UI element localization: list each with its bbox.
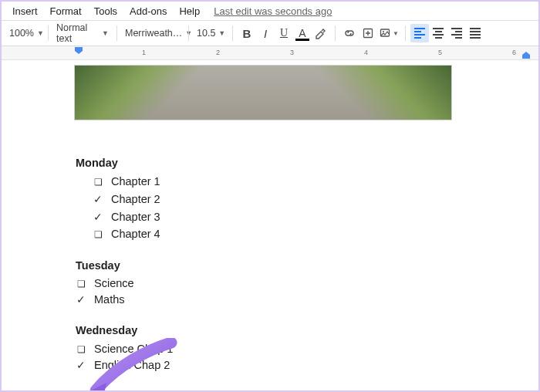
align-left-button[interactable] [410, 24, 429, 42]
zoom-dropdown[interactable]: 100% ▼ [6, 24, 43, 42]
heading-tuesday[interactable]: Tuesday [76, 257, 488, 274]
highlighter-icon [315, 27, 327, 39]
italic-button[interactable]: I [256, 24, 275, 42]
list-item[interactable]: ❏ Science [76, 275, 488, 292]
toolbar: 100% ▼ Normal text ▼ Merriweath… ▼ 10.5 … [2, 20, 538, 46]
checkbox-unchecked-icon[interactable]: ❏ [76, 343, 86, 357]
checkbox-unchecked-icon[interactable]: ❏ [93, 175, 103, 190]
highlight-color-button[interactable] [312, 24, 330, 42]
list-item[interactable]: ❏ Chapter 4 [76, 225, 488, 242]
separator [335, 25, 336, 41]
chevron-down-icon: ▼ [393, 30, 399, 37]
svg-point-2 [383, 31, 384, 32]
checkbox-checked-icon[interactable]: ✓ [93, 209, 103, 226]
menu-tools[interactable]: Tools [88, 3, 123, 19]
insert-comment-button[interactable] [359, 24, 377, 42]
ruler[interactable]: 1 2 3 4 5 6 [2, 46, 538, 60]
separator [232, 25, 233, 41]
list-item[interactable]: ❏ Science Chap 1 [76, 341, 488, 357]
link-icon [343, 27, 356, 39]
list-item-text[interactable]: Science Chap 1 [94, 341, 173, 357]
align-right-icon [451, 28, 462, 39]
checklist-monday: ❏ Chapter 1 ✓ Chapter 2 ✓ Chapter 3 ❏ Ch… [76, 173, 488, 242]
text-color-button[interactable]: A [293, 24, 312, 42]
list-item[interactable]: ❏ Chapter 1 [76, 173, 488, 190]
letter-u: U [280, 27, 288, 39]
font-value: Merriweath… [125, 28, 182, 39]
font-dropdown[interactable]: Merriweath… ▼ [122, 24, 184, 42]
list-item[interactable]: ✓ Chapter 3 [76, 208, 488, 226]
insert-link-button[interactable] [340, 24, 359, 42]
checkbox-checked-icon[interactable]: ✓ [93, 191, 103, 208]
separator [48, 25, 49, 41]
letter-b: B [243, 27, 251, 40]
checkbox-unchecked-icon[interactable]: ❏ [76, 278, 86, 291]
align-center-button[interactable] [429, 24, 447, 42]
list-item-text[interactable]: Chapter 4 [111, 225, 160, 242]
chevron-down-icon: ▼ [218, 29, 225, 37]
font-size-value: 10.5 [197, 28, 215, 39]
list-item-text[interactable]: Science [94, 275, 134, 292]
separator [405, 25, 406, 41]
list-item[interactable]: ✓ English Chap 2 [76, 357, 488, 373]
letter-a: A [299, 27, 305, 39]
ruler-tick: 4 [364, 49, 368, 56]
menu-format[interactable]: Format [44, 3, 88, 19]
menu-help[interactable]: Help [173, 3, 206, 19]
list-item[interactable]: ✓ Chapter 2 [76, 191, 488, 208]
align-right-button[interactable] [447, 24, 466, 42]
checklist-tuesday: ❏ Science ✓ Maths [76, 275, 488, 308]
heading-wednesday[interactable]: Wednesday [76, 322, 488, 339]
zoom-value: 100% [9, 28, 34, 39]
paragraph-style-value: Normal text [56, 22, 99, 44]
menu-insert[interactable]: Insert [6, 3, 44, 19]
header-image[interactable] [74, 65, 452, 120]
ruler-tick: 3 [290, 49, 294, 56]
letter-i: I [264, 27, 267, 40]
align-left-icon [414, 28, 425, 39]
ruler-tick: 6 [512, 49, 516, 56]
list-item-text[interactable]: Chapter 3 [111, 208, 160, 225]
separator [116, 25, 117, 41]
list-item-text[interactable]: Maths [94, 292, 125, 308]
align-justify-icon [470, 28, 481, 39]
bold-button[interactable]: B [238, 24, 256, 42]
heading-monday[interactable]: Monday [76, 154, 488, 171]
menubar: Insert Format Tools Add-ons Help Last ed… [2, 2, 538, 20]
checkbox-checked-icon[interactable]: ✓ [76, 357, 86, 373]
checkbox-unchecked-icon[interactable]: ❏ [93, 228, 103, 242]
page: Monday ❏ Chapter 1 ✓ Chapter 2 ✓ Chapter… [74, 60, 488, 377]
left-indent-marker[interactable] [74, 46, 83, 59]
chevron-down-icon: ▼ [102, 29, 109, 37]
align-center-icon [433, 28, 444, 39]
list-item-text[interactable]: Chapter 2 [111, 191, 160, 208]
menu-addons[interactable]: Add-ons [123, 3, 173, 19]
checklist-wednesday: ❏ Science Chap 1 ✓ English Chap 2 [76, 341, 488, 373]
plus-box-icon [362, 27, 374, 39]
separator [188, 25, 189, 41]
chevron-down-icon: ▼ [37, 29, 44, 37]
ruler-tick: 2 [216, 49, 220, 56]
underline-button[interactable]: U [275, 24, 293, 42]
color-swatch [295, 39, 309, 41]
paragraph-style-dropdown[interactable]: Normal text ▼ [53, 24, 112, 42]
document-canvas[interactable]: Monday ❏ Chapter 1 ✓ Chapter 2 ✓ Chapter… [2, 60, 538, 390]
insert-image-button[interactable]: ▼ [377, 24, 400, 42]
checkbox-checked-icon[interactable]: ✓ [76, 292, 86, 307]
list-item-text[interactable]: English Chap 2 [94, 357, 170, 373]
last-edit-link[interactable]: Last edit was seconds ago [214, 5, 332, 17]
list-item-text[interactable]: Chapter 1 [111, 173, 160, 190]
document-body[interactable]: Monday ❏ Chapter 1 ✓ Chapter 2 ✓ Chapter… [74, 154, 488, 373]
list-item[interactable]: ✓ Maths [76, 292, 488, 308]
font-size-dropdown[interactable]: 10.5 ▼ [194, 24, 228, 42]
align-justify-button[interactable] [466, 24, 484, 42]
ruler-tick: 1 [142, 49, 146, 56]
image-icon [379, 27, 391, 39]
ruler-tick: 5 [438, 49, 442, 56]
